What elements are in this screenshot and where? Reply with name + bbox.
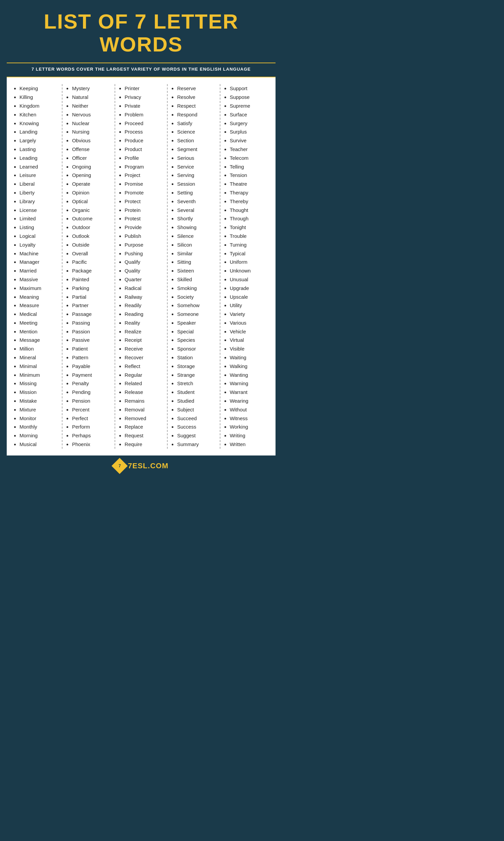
list-item: Overall: [72, 249, 111, 258]
list-item: Percent: [72, 405, 111, 414]
list-item: Respect: [177, 102, 216, 110]
list-item: Smoking: [177, 284, 216, 293]
list-item: Meeting: [19, 319, 58, 327]
list-item: Logical: [19, 232, 58, 241]
list-item: Minimum: [19, 371, 58, 379]
list-item: Lasting: [19, 145, 58, 154]
list-item: Perform: [72, 423, 111, 431]
list-item: Painted: [72, 275, 111, 284]
footer-logo-text: 7ESL.COM: [128, 462, 168, 470]
list-item: Passion: [72, 327, 111, 336]
list-item: Species: [177, 336, 216, 344]
list-item: Message: [19, 336, 58, 344]
list-item: Pacific: [72, 258, 111, 267]
list-item: Silicon: [177, 241, 216, 249]
list-item: Nuclear: [72, 119, 111, 128]
list-item: Perfect: [72, 414, 111, 423]
list-item: Seventh: [177, 197, 216, 206]
list-item: Project: [125, 171, 164, 179]
list-item: Request: [125, 431, 164, 440]
list-item: Related: [125, 379, 164, 388]
list-item: Suggest: [177, 431, 216, 440]
list-item: Mission: [19, 388, 58, 397]
list-item: Require: [125, 440, 164, 449]
header: LIST OF 7 LETTER WORDS: [0, 0, 282, 63]
list-item: Turning: [230, 241, 269, 249]
list-item: Support: [230, 84, 269, 93]
list-item: Monthly: [19, 423, 58, 431]
list-item: Replace: [125, 423, 164, 431]
list-item: Passive: [72, 336, 111, 344]
subtitle-text: 7 LETTER WORDS COVER THE LARGEST VARIETY…: [20, 67, 262, 72]
list-item: Walking: [230, 362, 269, 371]
list-item: Receipt: [125, 336, 164, 344]
list-item: Warrant: [230, 388, 269, 397]
list-item: Survive: [230, 136, 269, 145]
list-item: Million: [19, 344, 58, 353]
list-item: Visible: [230, 344, 269, 353]
list-item: Offense: [72, 145, 111, 154]
list-item: Learned: [19, 162, 58, 171]
list-item: Neither: [72, 102, 111, 110]
list-item: Showing: [177, 223, 216, 232]
list-item: Opinion: [72, 188, 111, 197]
list-item: Opening: [72, 171, 111, 179]
list-item: Reading: [125, 310, 164, 319]
list-item: Outcome: [72, 214, 111, 223]
list-item: Leading: [19, 154, 58, 162]
list-item: Satisfy: [177, 119, 216, 128]
list-item: Mystery: [72, 84, 111, 93]
logo-diamond: 7: [111, 458, 128, 474]
list-item: Removed: [125, 414, 164, 423]
list-item: Success: [177, 423, 216, 431]
list-item: Remains: [125, 397, 164, 405]
list-item: Service: [177, 162, 216, 171]
list-item: Outdoor: [72, 223, 111, 232]
list-item: Serious: [177, 154, 216, 162]
list-item: Setting: [177, 188, 216, 197]
list-item: Wearing: [230, 397, 269, 405]
list-item: Somehow: [177, 301, 216, 310]
word-list-3: PrinterPrivacyPrivateProblemProceedProce…: [119, 84, 164, 448]
list-item: Parking: [72, 284, 111, 293]
list-item: Sixteen: [177, 267, 216, 275]
list-item: Package: [72, 267, 111, 275]
column-2: MysteryNaturalNeitherNervousNuclearNursi…: [62, 84, 115, 448]
list-item: Tension: [230, 171, 269, 179]
list-item: Listing: [19, 223, 58, 232]
list-item: Recover: [125, 353, 164, 362]
list-item: Morning: [19, 431, 58, 440]
list-item: Speaker: [177, 319, 216, 327]
list-item: Reserve: [177, 84, 216, 93]
list-item: Provide: [125, 223, 164, 232]
list-item: Quality: [125, 267, 164, 275]
list-item: Qualify: [125, 258, 164, 267]
footer: 7 7ESL.COM: [7, 456, 275, 476]
list-item: Landing: [19, 127, 58, 136]
list-item: Perhaps: [72, 431, 111, 440]
list-item: Tonight: [230, 223, 269, 232]
list-item: Produce: [125, 136, 164, 145]
list-item: Private: [125, 102, 164, 110]
list-item: Patient: [72, 344, 111, 353]
list-item: Mistake: [19, 397, 58, 405]
list-item: Warning: [230, 379, 269, 388]
list-item: Theatre: [230, 179, 269, 188]
list-item: Telecom: [230, 154, 269, 162]
list-item: Realize: [125, 327, 164, 336]
list-item: Waiting: [230, 353, 269, 362]
list-item: Receive: [125, 344, 164, 353]
list-item: Organic: [72, 206, 111, 214]
list-item: Penalty: [72, 379, 111, 388]
list-item: Succeed: [177, 414, 216, 423]
list-item: Virtual: [230, 336, 269, 344]
list-item: Privacy: [125, 93, 164, 102]
list-item: Officer: [72, 154, 111, 162]
list-item: Pending: [72, 388, 111, 397]
list-item: Ongoing: [72, 162, 111, 171]
column-1: KeepingKillingKingdomKitchenKnowingLandi…: [10, 84, 62, 448]
list-item: Nursing: [72, 127, 111, 136]
list-item: Optical: [72, 197, 111, 206]
list-item: Science: [177, 127, 216, 136]
word-list-2: MysteryNaturalNeitherNervousNuclearNursi…: [66, 84, 111, 448]
